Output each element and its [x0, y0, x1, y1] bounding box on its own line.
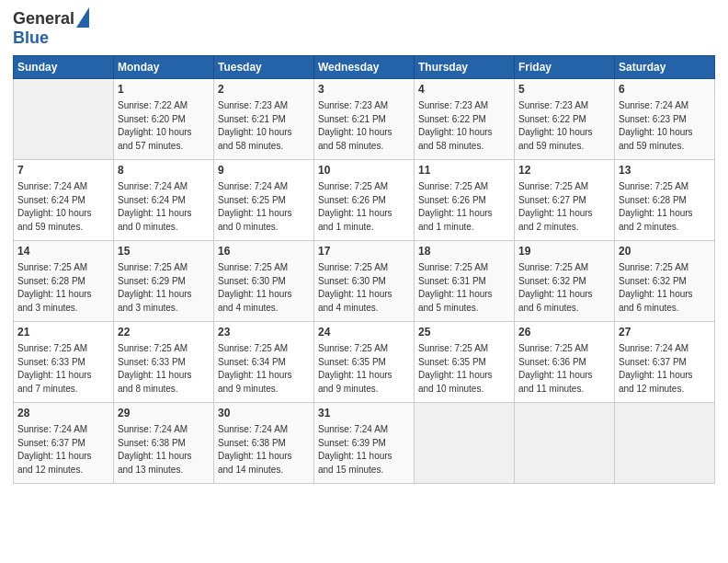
calendar-cell — [615, 403, 715, 484]
day-number: 15 — [118, 244, 210, 259]
day-info: Sunrise: 7:24 AM Sunset: 6:38 PM Dayligh… — [218, 423, 310, 477]
day-number: 21 — [17, 325, 109, 340]
day-number: 29 — [118, 406, 210, 421]
day-number: 1 — [118, 82, 210, 98]
day-info: Sunrise: 7:24 AM Sunset: 6:37 PM Dayligh… — [17, 423, 109, 477]
calendar-cell: 11Sunrise: 7:25 AM Sunset: 6:26 PM Dayli… — [415, 160, 515, 241]
header-day-sunday: Sunday — [14, 56, 114, 79]
day-number: 28 — [17, 406, 109, 421]
calendar-cell: 26Sunrise: 7:25 AM Sunset: 6:36 PM Dayli… — [515, 322, 615, 403]
header-day-monday: Monday — [114, 56, 214, 79]
day-number: 31 — [318, 406, 410, 421]
logo-general-text: General — [13, 9, 74, 29]
calendar-cell: 21Sunrise: 7:25 AM Sunset: 6:33 PM Dayli… — [14, 322, 114, 403]
day-info: Sunrise: 7:24 AM Sunset: 6:24 PM Dayligh… — [118, 180, 210, 234]
header-day-friday: Friday — [515, 56, 615, 79]
day-info: Sunrise: 7:25 AM Sunset: 6:32 PM Dayligh… — [619, 261, 711, 315]
day-number: 23 — [218, 325, 310, 340]
logo: General Blue — [13, 9, 89, 48]
calendar-cell: 16Sunrise: 7:25 AM Sunset: 6:30 PM Dayli… — [214, 241, 314, 322]
header-day-wednesday: Wednesday — [314, 56, 415, 79]
day-info: Sunrise: 7:24 AM Sunset: 6:24 PM Dayligh… — [17, 180, 109, 234]
day-number: 4 — [418, 82, 510, 98]
day-info: Sunrise: 7:25 AM Sunset: 6:30 PM Dayligh… — [218, 261, 310, 315]
day-info: Sunrise: 7:25 AM Sunset: 6:33 PM Dayligh… — [118, 342, 210, 396]
calendar-week-3: 14Sunrise: 7:25 AM Sunset: 6:28 PM Dayli… — [14, 241, 715, 322]
calendar-cell: 22Sunrise: 7:25 AM Sunset: 6:33 PM Dayli… — [114, 322, 214, 403]
day-number: 26 — [518, 325, 610, 340]
header-day-thursday: Thursday — [415, 56, 515, 79]
day-info: Sunrise: 7:25 AM Sunset: 6:26 PM Dayligh… — [318, 180, 410, 234]
calendar-cell: 1Sunrise: 7:22 AM Sunset: 6:20 PM Daylig… — [114, 79, 214, 160]
day-info: Sunrise: 7:25 AM Sunset: 6:27 PM Dayligh… — [518, 180, 610, 234]
day-info: Sunrise: 7:25 AM Sunset: 6:29 PM Dayligh… — [118, 261, 210, 315]
day-info: Sunrise: 7:25 AM Sunset: 6:33 PM Dayligh… — [17, 342, 109, 396]
calendar-week-1: 1Sunrise: 7:22 AM Sunset: 6:20 PM Daylig… — [14, 79, 715, 160]
calendar-cell: 31Sunrise: 7:24 AM Sunset: 6:39 PM Dayli… — [314, 403, 415, 484]
day-info: Sunrise: 7:25 AM Sunset: 6:35 PM Dayligh… — [418, 342, 510, 396]
day-number: 25 — [418, 325, 510, 340]
day-number: 13 — [619, 163, 711, 178]
day-info: Sunrise: 7:25 AM Sunset: 6:28 PM Dayligh… — [17, 261, 109, 315]
day-number: 3 — [318, 82, 410, 98]
calendar-cell — [515, 403, 615, 484]
day-number: 11 — [418, 163, 510, 178]
calendar-cell: 27Sunrise: 7:24 AM Sunset: 6:37 PM Dayli… — [615, 322, 715, 403]
calendar-cell: 24Sunrise: 7:25 AM Sunset: 6:35 PM Dayli… — [314, 322, 415, 403]
calendar-cell: 20Sunrise: 7:25 AM Sunset: 6:32 PM Dayli… — [615, 241, 715, 322]
calendar-cell: 30Sunrise: 7:24 AM Sunset: 6:38 PM Dayli… — [214, 403, 314, 484]
day-info: Sunrise: 7:25 AM Sunset: 6:31 PM Dayligh… — [418, 261, 510, 315]
calendar-cell: 9Sunrise: 7:24 AM Sunset: 6:25 PM Daylig… — [214, 160, 314, 241]
day-number: 6 — [619, 82, 711, 98]
day-info: Sunrise: 7:24 AM Sunset: 6:39 PM Dayligh… — [318, 423, 410, 477]
header-row: SundayMondayTuesdayWednesdayThursdayFrid… — [14, 56, 715, 79]
day-info: Sunrise: 7:23 AM Sunset: 6:21 PM Dayligh… — [218, 99, 310, 153]
calendar-cell: 2Sunrise: 7:23 AM Sunset: 6:21 PM Daylig… — [214, 79, 314, 160]
day-info: Sunrise: 7:24 AM Sunset: 6:25 PM Dayligh… — [218, 180, 310, 234]
calendar-table: SundayMondayTuesdayWednesdayThursdayFrid… — [13, 55, 715, 484]
day-number: 5 — [518, 82, 610, 98]
calendar-week-2: 7Sunrise: 7:24 AM Sunset: 6:24 PM Daylig… — [14, 160, 715, 241]
calendar-cell: 7Sunrise: 7:24 AM Sunset: 6:24 PM Daylig… — [14, 160, 114, 241]
day-info: Sunrise: 7:25 AM Sunset: 6:35 PM Dayligh… — [318, 342, 410, 396]
day-number: 30 — [218, 406, 310, 421]
calendar-cell: 14Sunrise: 7:25 AM Sunset: 6:28 PM Dayli… — [14, 241, 114, 322]
day-info: Sunrise: 7:25 AM Sunset: 6:26 PM Dayligh… — [418, 180, 510, 234]
day-number: 9 — [218, 163, 310, 178]
day-info: Sunrise: 7:24 AM Sunset: 6:23 PM Dayligh… — [619, 99, 711, 153]
calendar-cell: 17Sunrise: 7:25 AM Sunset: 6:30 PM Dayli… — [314, 241, 415, 322]
calendar-cell: 4Sunrise: 7:23 AM Sunset: 6:22 PM Daylig… — [415, 79, 515, 160]
day-number: 19 — [518, 244, 610, 259]
calendar-cell: 13Sunrise: 7:25 AM Sunset: 6:28 PM Dayli… — [615, 160, 715, 241]
calendar-cell: 6Sunrise: 7:24 AM Sunset: 6:23 PM Daylig… — [615, 79, 715, 160]
day-info: Sunrise: 7:25 AM Sunset: 6:36 PM Dayligh… — [518, 342, 610, 396]
calendar-cell — [415, 403, 515, 484]
header-day-tuesday: Tuesday — [214, 56, 314, 79]
day-info: Sunrise: 7:23 AM Sunset: 6:21 PM Dayligh… — [318, 99, 410, 153]
calendar-week-5: 28Sunrise: 7:24 AM Sunset: 6:37 PM Dayli… — [14, 403, 715, 484]
day-info: Sunrise: 7:22 AM Sunset: 6:20 PM Dayligh… — [118, 99, 210, 153]
day-number: 14 — [17, 244, 109, 259]
logo-blue-text: Blue — [13, 29, 49, 48]
calendar-cell: 29Sunrise: 7:24 AM Sunset: 6:38 PM Dayli… — [114, 403, 214, 484]
day-info: Sunrise: 7:25 AM Sunset: 6:32 PM Dayligh… — [518, 261, 610, 315]
day-number: 17 — [318, 244, 410, 259]
day-info: Sunrise: 7:24 AM Sunset: 6:38 PM Dayligh… — [118, 423, 210, 477]
calendar-cell — [14, 79, 114, 160]
calendar-cell: 3Sunrise: 7:23 AM Sunset: 6:21 PM Daylig… — [314, 79, 415, 160]
day-number: 16 — [218, 244, 310, 259]
day-info: Sunrise: 7:25 AM Sunset: 6:28 PM Dayligh… — [619, 180, 711, 234]
page-header: General Blue — [13, 9, 715, 48]
day-info: Sunrise: 7:23 AM Sunset: 6:22 PM Dayligh… — [418, 99, 510, 153]
calendar-cell: 5Sunrise: 7:23 AM Sunset: 6:22 PM Daylig… — [515, 79, 615, 160]
calendar-week-4: 21Sunrise: 7:25 AM Sunset: 6:33 PM Dayli… — [14, 322, 715, 403]
day-number: 27 — [619, 325, 711, 340]
day-info: Sunrise: 7:24 AM Sunset: 6:37 PM Dayligh… — [619, 342, 711, 396]
calendar-cell: 15Sunrise: 7:25 AM Sunset: 6:29 PM Dayli… — [114, 241, 214, 322]
calendar-cell: 12Sunrise: 7:25 AM Sunset: 6:27 PM Dayli… — [515, 160, 615, 241]
day-number: 8 — [118, 163, 210, 178]
day-number: 24 — [318, 325, 410, 340]
calendar-cell: 18Sunrise: 7:25 AM Sunset: 6:31 PM Dayli… — [415, 241, 515, 322]
logo-triangle-icon — [76, 7, 89, 28]
day-number: 18 — [418, 244, 510, 259]
